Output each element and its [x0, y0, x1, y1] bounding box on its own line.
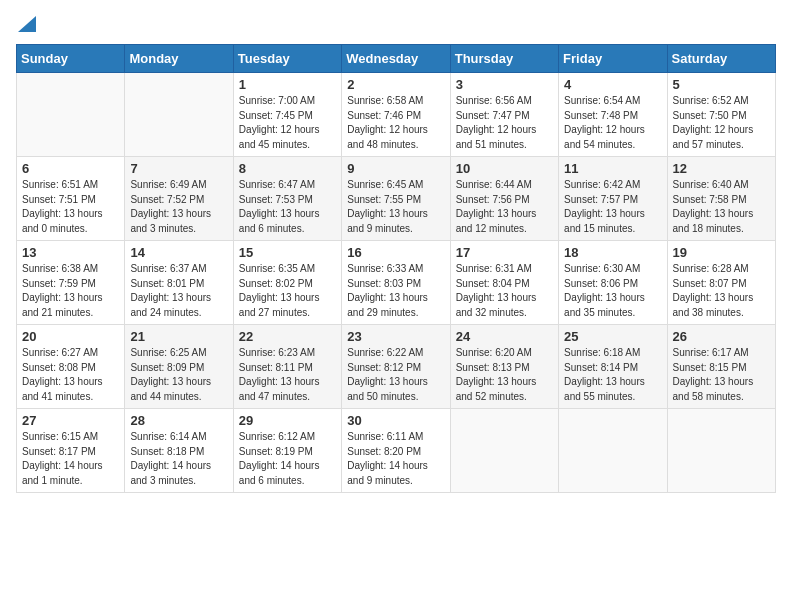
col-header-saturday: Saturday: [667, 45, 775, 73]
calendar-cell: [125, 73, 233, 157]
day-number: 27: [22, 413, 119, 428]
calendar-cell: 30Sunrise: 6:11 AM Sunset: 8:20 PM Dayli…: [342, 409, 450, 493]
calendar-cell: 15Sunrise: 6:35 AM Sunset: 8:02 PM Dayli…: [233, 241, 341, 325]
calendar-cell: 6Sunrise: 6:51 AM Sunset: 7:51 PM Daylig…: [17, 157, 125, 241]
day-detail: Sunrise: 7:00 AM Sunset: 7:45 PM Dayligh…: [239, 94, 336, 152]
day-detail: Sunrise: 6:11 AM Sunset: 8:20 PM Dayligh…: [347, 430, 444, 488]
day-detail: Sunrise: 6:30 AM Sunset: 8:06 PM Dayligh…: [564, 262, 661, 320]
day-detail: Sunrise: 6:52 AM Sunset: 7:50 PM Dayligh…: [673, 94, 770, 152]
day-number: 13: [22, 245, 119, 260]
calendar-cell: 2Sunrise: 6:58 AM Sunset: 7:46 PM Daylig…: [342, 73, 450, 157]
day-number: 15: [239, 245, 336, 260]
calendar-cell: 13Sunrise: 6:38 AM Sunset: 7:59 PM Dayli…: [17, 241, 125, 325]
day-number: 5: [673, 77, 770, 92]
day-number: 10: [456, 161, 553, 176]
day-number: 7: [130, 161, 227, 176]
day-detail: Sunrise: 6:33 AM Sunset: 8:03 PM Dayligh…: [347, 262, 444, 320]
day-number: 23: [347, 329, 444, 344]
calendar-cell: 12Sunrise: 6:40 AM Sunset: 7:58 PM Dayli…: [667, 157, 775, 241]
page-header: [16, 16, 776, 32]
calendar-cell: 3Sunrise: 6:56 AM Sunset: 7:47 PM Daylig…: [450, 73, 558, 157]
calendar-cell: 26Sunrise: 6:17 AM Sunset: 8:15 PM Dayli…: [667, 325, 775, 409]
day-number: 3: [456, 77, 553, 92]
day-number: 20: [22, 329, 119, 344]
day-detail: Sunrise: 6:15 AM Sunset: 8:17 PM Dayligh…: [22, 430, 119, 488]
calendar-week-2: 6Sunrise: 6:51 AM Sunset: 7:51 PM Daylig…: [17, 157, 776, 241]
calendar-cell: 1Sunrise: 7:00 AM Sunset: 7:45 PM Daylig…: [233, 73, 341, 157]
day-detail: Sunrise: 6:22 AM Sunset: 8:12 PM Dayligh…: [347, 346, 444, 404]
day-detail: Sunrise: 6:12 AM Sunset: 8:19 PM Dayligh…: [239, 430, 336, 488]
col-header-wednesday: Wednesday: [342, 45, 450, 73]
calendar-cell: 21Sunrise: 6:25 AM Sunset: 8:09 PM Dayli…: [125, 325, 233, 409]
day-detail: Sunrise: 6:17 AM Sunset: 8:15 PM Dayligh…: [673, 346, 770, 404]
col-header-friday: Friday: [559, 45, 667, 73]
day-number: 16: [347, 245, 444, 260]
calendar-cell: 18Sunrise: 6:30 AM Sunset: 8:06 PM Dayli…: [559, 241, 667, 325]
day-detail: Sunrise: 6:54 AM Sunset: 7:48 PM Dayligh…: [564, 94, 661, 152]
calendar-cell: 20Sunrise: 6:27 AM Sunset: 8:08 PM Dayli…: [17, 325, 125, 409]
calendar-week-1: 1Sunrise: 7:00 AM Sunset: 7:45 PM Daylig…: [17, 73, 776, 157]
calendar-cell: [559, 409, 667, 493]
calendar-cell: 28Sunrise: 6:14 AM Sunset: 8:18 PM Dayli…: [125, 409, 233, 493]
day-number: 18: [564, 245, 661, 260]
day-number: 4: [564, 77, 661, 92]
day-number: 12: [673, 161, 770, 176]
calendar-cell: 29Sunrise: 6:12 AM Sunset: 8:19 PM Dayli…: [233, 409, 341, 493]
day-detail: Sunrise: 6:20 AM Sunset: 8:13 PM Dayligh…: [456, 346, 553, 404]
day-number: 8: [239, 161, 336, 176]
day-detail: Sunrise: 6:25 AM Sunset: 8:09 PM Dayligh…: [130, 346, 227, 404]
day-detail: Sunrise: 6:14 AM Sunset: 8:18 PM Dayligh…: [130, 430, 227, 488]
day-detail: Sunrise: 6:35 AM Sunset: 8:02 PM Dayligh…: [239, 262, 336, 320]
calendar-cell: 16Sunrise: 6:33 AM Sunset: 8:03 PM Dayli…: [342, 241, 450, 325]
calendar-cell: [17, 73, 125, 157]
col-header-tuesday: Tuesday: [233, 45, 341, 73]
col-header-thursday: Thursday: [450, 45, 558, 73]
svg-marker-0: [18, 16, 36, 32]
day-number: 11: [564, 161, 661, 176]
calendar-cell: 27Sunrise: 6:15 AM Sunset: 8:17 PM Dayli…: [17, 409, 125, 493]
logo-icon: [18, 16, 36, 32]
day-number: 28: [130, 413, 227, 428]
day-number: 30: [347, 413, 444, 428]
day-detail: Sunrise: 6:18 AM Sunset: 8:14 PM Dayligh…: [564, 346, 661, 404]
calendar-cell: 4Sunrise: 6:54 AM Sunset: 7:48 PM Daylig…: [559, 73, 667, 157]
calendar-cell: 22Sunrise: 6:23 AM Sunset: 8:11 PM Dayli…: [233, 325, 341, 409]
day-detail: Sunrise: 6:23 AM Sunset: 8:11 PM Dayligh…: [239, 346, 336, 404]
calendar-week-5: 27Sunrise: 6:15 AM Sunset: 8:17 PM Dayli…: [17, 409, 776, 493]
day-number: 14: [130, 245, 227, 260]
calendar-cell: 11Sunrise: 6:42 AM Sunset: 7:57 PM Dayli…: [559, 157, 667, 241]
day-number: 25: [564, 329, 661, 344]
day-detail: Sunrise: 6:31 AM Sunset: 8:04 PM Dayligh…: [456, 262, 553, 320]
day-number: 22: [239, 329, 336, 344]
calendar-table: SundayMondayTuesdayWednesdayThursdayFrid…: [16, 44, 776, 493]
day-detail: Sunrise: 6:58 AM Sunset: 7:46 PM Dayligh…: [347, 94, 444, 152]
day-detail: Sunrise: 6:42 AM Sunset: 7:57 PM Dayligh…: [564, 178, 661, 236]
calendar-cell: 8Sunrise: 6:47 AM Sunset: 7:53 PM Daylig…: [233, 157, 341, 241]
day-detail: Sunrise: 6:28 AM Sunset: 8:07 PM Dayligh…: [673, 262, 770, 320]
day-number: 6: [22, 161, 119, 176]
day-detail: Sunrise: 6:45 AM Sunset: 7:55 PM Dayligh…: [347, 178, 444, 236]
day-number: 1: [239, 77, 336, 92]
calendar-cell: [667, 409, 775, 493]
calendar-header-row: SundayMondayTuesdayWednesdayThursdayFrid…: [17, 45, 776, 73]
day-detail: Sunrise: 6:51 AM Sunset: 7:51 PM Dayligh…: [22, 178, 119, 236]
calendar-cell: 17Sunrise: 6:31 AM Sunset: 8:04 PM Dayli…: [450, 241, 558, 325]
calendar-cell: 7Sunrise: 6:49 AM Sunset: 7:52 PM Daylig…: [125, 157, 233, 241]
calendar-week-4: 20Sunrise: 6:27 AM Sunset: 8:08 PM Dayli…: [17, 325, 776, 409]
calendar-cell: 9Sunrise: 6:45 AM Sunset: 7:55 PM Daylig…: [342, 157, 450, 241]
day-detail: Sunrise: 6:49 AM Sunset: 7:52 PM Dayligh…: [130, 178, 227, 236]
day-number: 26: [673, 329, 770, 344]
day-number: 29: [239, 413, 336, 428]
calendar-cell: 25Sunrise: 6:18 AM Sunset: 8:14 PM Dayli…: [559, 325, 667, 409]
logo: [16, 16, 36, 32]
day-detail: Sunrise: 6:44 AM Sunset: 7:56 PM Dayligh…: [456, 178, 553, 236]
day-detail: Sunrise: 6:37 AM Sunset: 8:01 PM Dayligh…: [130, 262, 227, 320]
day-number: 17: [456, 245, 553, 260]
day-detail: Sunrise: 6:47 AM Sunset: 7:53 PM Dayligh…: [239, 178, 336, 236]
calendar-cell: 23Sunrise: 6:22 AM Sunset: 8:12 PM Dayli…: [342, 325, 450, 409]
day-number: 9: [347, 161, 444, 176]
calendar-cell: 5Sunrise: 6:52 AM Sunset: 7:50 PM Daylig…: [667, 73, 775, 157]
calendar-cell: 10Sunrise: 6:44 AM Sunset: 7:56 PM Dayli…: [450, 157, 558, 241]
day-number: 24: [456, 329, 553, 344]
col-header-monday: Monday: [125, 45, 233, 73]
